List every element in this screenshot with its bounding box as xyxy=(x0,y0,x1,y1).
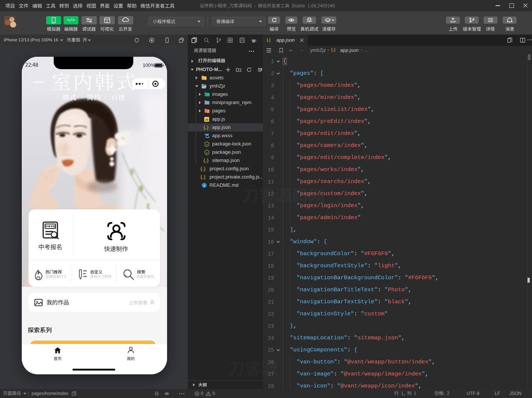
svg-text:js: js xyxy=(206,143,208,145)
svg-text:JS: JS xyxy=(205,118,208,121)
svg-text:js: js xyxy=(206,151,208,154)
